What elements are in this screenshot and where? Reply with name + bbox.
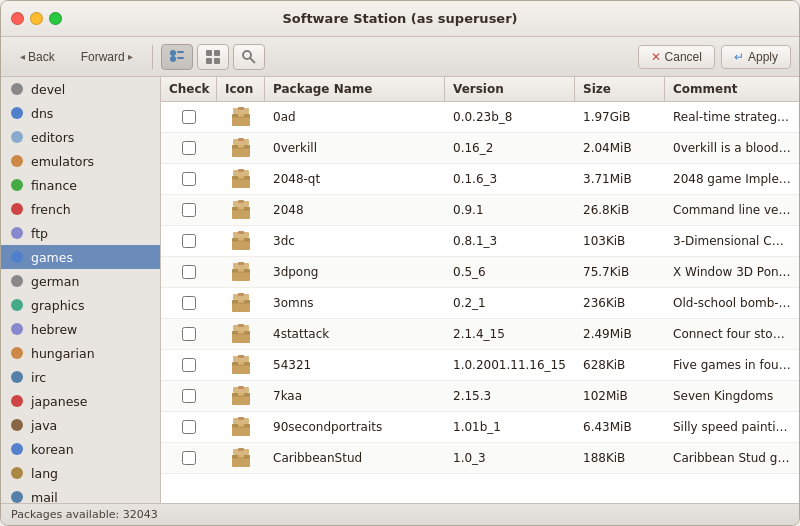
traffic-lights <box>11 12 62 25</box>
korean-icon <box>9 441 25 457</box>
apply-button[interactable]: ↵ Apply <box>721 45 791 69</box>
sidebar-item-emulators[interactable]: emulators <box>1 149 160 173</box>
package-box-icon <box>230 416 252 438</box>
sidebar-item-irc[interactable]: irc <box>1 365 160 389</box>
row-name-7kaa: 7kaa <box>265 385 445 407</box>
row-name-3omns: 3omns <box>265 292 445 314</box>
finance-icon <box>9 177 25 193</box>
row-comment-4stattack: Connect four stones in a straight line <box>665 323 799 345</box>
row-size-3omns: 236KiB <box>575 292 665 314</box>
row-name-54321: 54321 <box>265 354 445 376</box>
package-box-icon <box>230 261 252 283</box>
back-button[interactable]: ◂ Back <box>9 45 66 69</box>
row-version-7kaa: 2.15.3 <box>445 385 575 407</box>
sidebar-item-label-japanese: japanese <box>31 394 88 409</box>
row-name-2048: 2048 <box>265 199 445 221</box>
row-comment-3dpong: X Window 3D Pong game for 1 or 2 p <box>665 261 799 283</box>
sidebar-item-lang[interactable]: lang <box>1 461 160 485</box>
sidebar-item-games[interactable]: games <box>1 245 160 269</box>
sidebar-item-java[interactable]: java <box>1 413 160 437</box>
header-comment[interactable]: Comment <box>665 77 799 101</box>
svg-point-0 <box>170 50 176 56</box>
row-check-90secondportraits <box>161 416 217 438</box>
header-icon[interactable]: Icon <box>217 77 265 101</box>
row-version-0verkill: 0.16_2 <box>445 137 575 159</box>
checkbox-0verkill[interactable] <box>182 141 196 155</box>
row-comment-3dc: 3-Dimensional Chess for X Window S <box>665 230 799 252</box>
toolbar-separator-1 <box>152 45 153 69</box>
checkbox-90secondportraits[interactable] <box>182 420 196 434</box>
checkbox-0ad[interactable] <box>182 110 196 124</box>
checkbox-4stattack[interactable] <box>182 327 196 341</box>
svg-rect-99 <box>238 417 244 420</box>
main-window: Software Station (as superuser) ◂ Back F… <box>0 0 800 526</box>
header-package-name[interactable]: Package Name <box>265 77 445 101</box>
sidebar-item-hungarian[interactable]: hungarian <box>1 341 160 365</box>
sidebar-item-editors[interactable]: editors <box>1 125 160 149</box>
svg-point-17 <box>11 251 23 263</box>
sidebar-item-korean[interactable]: korean <box>1 437 160 461</box>
sidebar-item-hebrew[interactable]: hebrew <box>1 317 160 341</box>
view-grid-button[interactable] <box>197 44 229 70</box>
sidebar-item-devel[interactable]: devel <box>1 77 160 101</box>
svg-point-16 <box>11 227 23 239</box>
row-version-3dc: 0.8.1_3 <box>445 230 575 252</box>
checkbox-CaribbeanStud[interactable] <box>182 451 196 465</box>
row-comment-90secondportraits: Silly speed painting game <box>665 416 799 438</box>
svg-rect-51 <box>238 169 244 172</box>
checkbox-3dpong[interactable] <box>182 265 196 279</box>
checkbox-7kaa[interactable] <box>182 389 196 403</box>
header-size[interactable]: Size <box>575 77 665 101</box>
close-button[interactable] <box>11 12 24 25</box>
svg-rect-5 <box>214 50 220 56</box>
cancel-x-icon: ✕ <box>651 50 661 64</box>
row-comment-0verkill: 0verkill is a bloody 2D action Deathm <box>665 137 799 159</box>
package-box-icon <box>230 199 252 221</box>
svg-rect-45 <box>238 138 244 141</box>
hebrew-icon <box>9 321 25 337</box>
checkbox-3omns[interactable] <box>182 296 196 310</box>
row-size-2048-qt: 3.71MiB <box>575 168 665 190</box>
forward-button[interactable]: Forward ▸ <box>70 45 144 69</box>
checkbox-2048[interactable] <box>182 203 196 217</box>
svg-point-13 <box>11 155 23 167</box>
svg-rect-63 <box>238 231 244 234</box>
table-row: 3omns0.2_1236KiBOld-school bomb-dropping… <box>161 288 799 319</box>
checkbox-3dc[interactable] <box>182 234 196 248</box>
cancel-button[interactable]: ✕ Cancel <box>638 45 715 69</box>
search-button[interactable] <box>233 44 265 70</box>
table-row: 7kaa2.15.3102MiBSeven Kingdoms <box>161 381 799 412</box>
maximize-button[interactable] <box>49 12 62 25</box>
row-check-0verkill <box>161 137 217 159</box>
row-icon-0verkill <box>217 133 265 163</box>
sidebar-item-french[interactable]: french <box>1 197 160 221</box>
sidebar-item-finance[interactable]: finance <box>1 173 160 197</box>
sidebar: develdnseditorsemulatorsfinancefrenchftp… <box>1 77 161 503</box>
checkbox-54321[interactable] <box>182 358 196 372</box>
sidebar-item-label-hebrew: hebrew <box>31 322 77 337</box>
german-icon <box>9 273 25 289</box>
sidebar-item-japanese[interactable]: japanese <box>1 389 160 413</box>
sidebar-item-graphics[interactable]: graphics <box>1 293 160 317</box>
checkbox-2048-qt[interactable] <box>182 172 196 186</box>
row-size-2048: 26.8KiB <box>575 199 665 221</box>
sidebar-item-german[interactable]: german <box>1 269 160 293</box>
sidebar-item-mail[interactable]: mail <box>1 485 160 503</box>
table-row: 0ad0.0.23b_81.97GiBReal-time strategy (R… <box>161 102 799 133</box>
sidebar-item-dns[interactable]: dns <box>1 101 160 125</box>
row-icon-3dpong <box>217 257 265 287</box>
sidebar-item-ftp[interactable]: ftp <box>1 221 160 245</box>
minimize-button[interactable] <box>30 12 43 25</box>
header-check[interactable]: Check <box>161 77 217 101</box>
view-list-button[interactable] <box>161 44 193 70</box>
row-icon-CaribbeanStud <box>217 443 265 473</box>
row-version-3omns: 0.2_1 <box>445 292 575 314</box>
row-check-2048 <box>161 199 217 221</box>
header-version[interactable]: Version <box>445 77 575 101</box>
sidebar-item-label-irc: irc <box>31 370 46 385</box>
emulators-icon <box>9 153 25 169</box>
forward-label: Forward <box>81 50 125 64</box>
sidebar-item-label-finance: finance <box>31 178 77 193</box>
row-version-90secondportraits: 1.01b_1 <box>445 416 575 438</box>
row-icon-4stattack <box>217 319 265 349</box>
